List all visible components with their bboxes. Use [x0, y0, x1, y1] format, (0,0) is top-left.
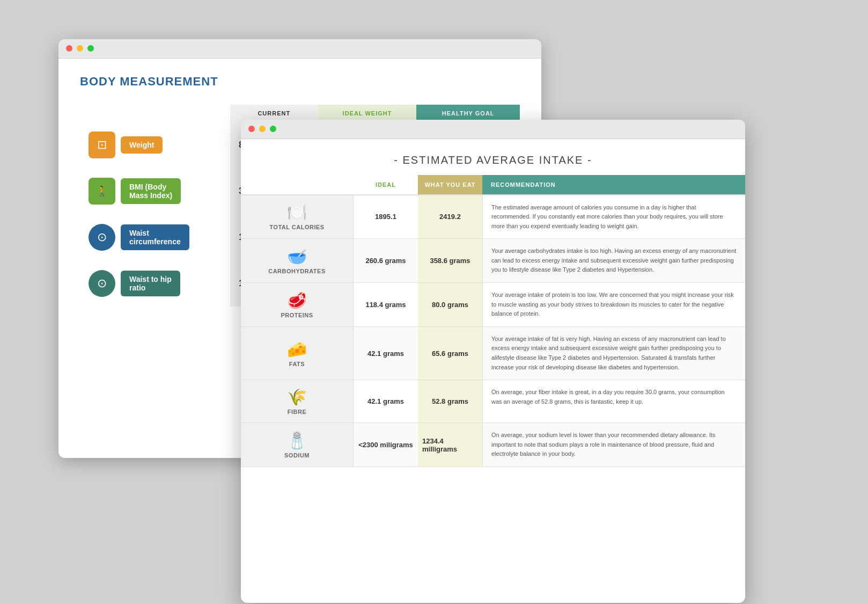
fibre-what: 52.8 grams	[418, 380, 482, 423]
calories-ideal: 1895.1	[354, 195, 418, 239]
col-header-ideal: IDEAL WEIGHT	[318, 105, 417, 122]
fats-icon: 🧀	[287, 340, 307, 359]
fibre-ideal: 42.1 grams	[354, 380, 418, 423]
waist-hip-icon: ⊙	[89, 270, 115, 297]
fats-icon-label: 🧀 FATS	[241, 327, 354, 380]
calories-icon: 🍽️	[287, 203, 307, 222]
intake-window: - ESTIMATED AVERAGE INTAKE - IDEAL WHAT …	[241, 120, 745, 603]
col-what-header: WHAT YOU EAT	[418, 175, 482, 194]
carbs-what: 358.6 grams	[418, 239, 482, 282]
carbs-row: 🥣 CARBOHYDRATES 260.6 grams 358.6 grams …	[241, 239, 745, 283]
waist-circ-icon: ⊙	[89, 224, 115, 251]
sodium-row: 🧂 SODIUM <2300 miligrams 1234.4 milligra…	[241, 423, 745, 467]
weight-label: Weight	[121, 136, 163, 154]
sodium-what: 1234.4 milligrams	[418, 423, 482, 467]
minimize-icon[interactable]	[77, 45, 83, 52]
protein-rec: Your average intake of protein is too lo…	[482, 283, 745, 326]
calories-icon-label: 🍽️ TOTAL CALORIES	[241, 195, 354, 239]
close-icon[interactable]	[248, 126, 255, 132]
intake-column-headers: IDEAL WHAT YOU EAT RECOMMENDATION	[241, 175, 745, 195]
carbs-rec: Your average carbohydrates intake is too…	[482, 239, 745, 282]
col-rec-header: RECOMMENDATION	[482, 175, 745, 194]
sodium-label: SODIUM	[284, 452, 310, 459]
maximize-icon[interactable]	[87, 45, 94, 52]
col-header-healthy: HEALTHY GOAL	[416, 105, 520, 122]
maximize-icon[interactable]	[270, 126, 276, 132]
sodium-icon: 🧂	[287, 431, 307, 450]
fibre-rec: On average, your fiber intake is great, …	[482, 380, 745, 423]
fats-what: 65.6 grams	[418, 327, 482, 380]
close-icon[interactable]	[66, 45, 72, 52]
waist-hip-label: Waist to hipratio	[121, 271, 180, 296]
calories-what: 2419.2	[418, 195, 482, 239]
titlebar-front	[241, 120, 745, 139]
page-title: BODY MEASUREMENT	[80, 75, 520, 89]
fibre-label: FIBRE	[288, 409, 307, 415]
carbs-label: CARBOHYDRATES	[268, 268, 326, 274]
titlebar-back	[58, 39, 541, 59]
protein-icon-label: 🥩 PROTEINS	[241, 283, 354, 326]
col-header-current: CURRENT	[230, 105, 318, 122]
calories-row: 🍽️ TOTAL CALORIES 1895.1 2419.2 The esti…	[241, 195, 745, 239]
fats-label: FATS	[289, 361, 305, 367]
carbs-icon-label: 🥣 CARBOHYDRATES	[241, 239, 354, 282]
window-container: BODY MEASUREMENT CURRENT IDEAL WEIGHT HE…	[58, 39, 810, 565]
fibre-icon-label: 🌾 FIBRE	[241, 380, 354, 423]
col-empty	[241, 175, 354, 194]
calories-rec: The estimated average amount of calories…	[482, 195, 745, 239]
protein-icon: 🥩	[287, 291, 307, 310]
weight-icon: ⊡	[89, 132, 115, 158]
protein-label: PROTEINS	[281, 312, 313, 318]
bmi-icon: 🚶	[89, 178, 115, 205]
protein-what: 80.0 grams	[418, 283, 482, 326]
calories-label: TOTAL CALORIES	[269, 224, 324, 230]
bmi-label: BMI (BodyMass Index)	[121, 178, 181, 204]
minimize-icon[interactable]	[259, 126, 266, 132]
fats-rec: Your average intake of fat is very high.…	[482, 327, 745, 380]
sodium-icon-label: 🧂 SODIUM	[241, 423, 354, 467]
fibre-icon: 🌾	[287, 388, 307, 406]
carbs-icon: 🥣	[287, 247, 307, 266]
intake-title: - ESTIMATED AVERAGE INTAKE -	[241, 139, 745, 175]
carbs-ideal: 260.6 grams	[354, 239, 418, 282]
protein-ideal: 118.4 grams	[354, 283, 418, 326]
col-ideal-header: IDEAL	[354, 175, 418, 194]
fats-row: 🧀 FATS 42.1 grams 65.6 grams Your averag…	[241, 327, 745, 380]
sodium-ideal: <2300 miligrams	[354, 423, 418, 467]
sodium-rec: On average, your sodium level is lower t…	[482, 423, 745, 467]
protein-row: 🥩 PROTEINS 118.4 grams 80.0 grams Your a…	[241, 283, 745, 327]
fibre-row: 🌾 FIBRE 42.1 grams 52.8 grams On average…	[241, 380, 745, 423]
waist-circ-label: Waistcircumference	[121, 224, 189, 250]
fats-ideal: 42.1 grams	[354, 327, 418, 380]
